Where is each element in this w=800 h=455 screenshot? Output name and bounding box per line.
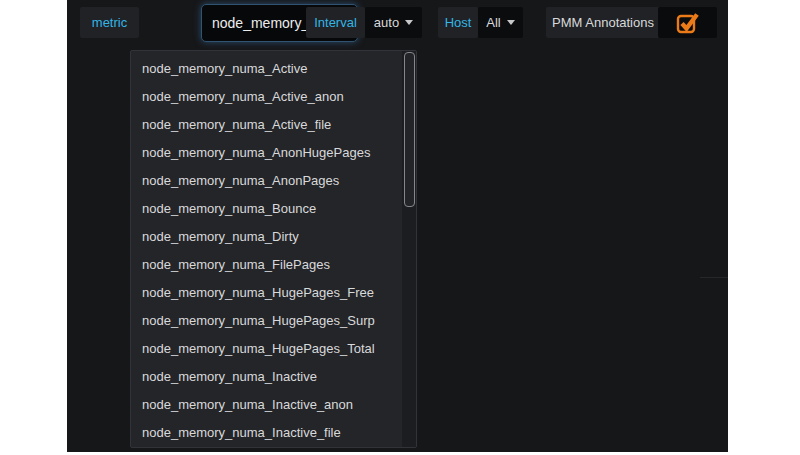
pmm-annotations-checkbox[interactable] <box>658 7 717 38</box>
metric-option[interactable]: node_memory_numa_HugePages_Surp <box>131 307 402 335</box>
interval-value: auto <box>374 15 399 30</box>
interval-select[interactable]: auto <box>365 7 422 38</box>
metric-typeahead-dropdown: node_memory_numa_Active node_memory_numa… <box>130 50 417 448</box>
pmm-annotations-label: PMM Annotations <box>546 7 660 38</box>
metric-option[interactable]: node_memory_numa_AnonHugePages <box>131 139 402 167</box>
metric-option[interactable]: node_memory_numa_Bounce <box>131 195 402 223</box>
metric-option[interactable]: node_memory_numa_Inactive <box>131 363 402 391</box>
checkbox-checked-icon <box>675 11 701 35</box>
metric-option-list: node_memory_numa_Active node_memory_numa… <box>131 55 402 447</box>
interval-label: Interval <box>306 7 365 38</box>
metric-option[interactable]: node_memory_numa_Active <box>131 55 402 83</box>
panel-divider-line <box>700 277 728 278</box>
host-value: All <box>486 15 500 30</box>
metric-option[interactable]: node_memory_numa_Dirty <box>131 223 402 251</box>
chevron-down-icon <box>405 20 413 25</box>
metric-option[interactable]: node_memory_numa_AnonPages <box>131 167 402 195</box>
chevron-down-icon <box>507 20 515 25</box>
metric-option[interactable]: node_memory_numa_HugePages_Total <box>131 335 402 363</box>
metric-option[interactable]: node_memory_numa_HugePages_Free <box>131 279 402 307</box>
metric-option[interactable]: node_memory_numa_Inactive_file <box>131 419 402 447</box>
query-editor-panel: metric Interval auto Host All PMM Annota… <box>67 0 728 452</box>
metric-option[interactable]: node_memory_numa_Active_anon <box>131 83 402 111</box>
host-select[interactable]: All <box>478 7 523 38</box>
dropdown-scrollbar-thumb[interactable] <box>404 52 415 207</box>
metric-option[interactable]: node_memory_numa_Active_file <box>131 111 402 139</box>
host-label: Host <box>438 7 478 38</box>
page-background: metric Interval auto Host All PMM Annota… <box>0 0 800 455</box>
metric-label: metric <box>80 7 139 38</box>
metric-option[interactable]: node_memory_numa_FilePages <box>131 251 402 279</box>
dropdown-scrollbar-track[interactable] <box>402 51 416 447</box>
metric-option[interactable]: node_memory_numa_Inactive_anon <box>131 391 402 419</box>
